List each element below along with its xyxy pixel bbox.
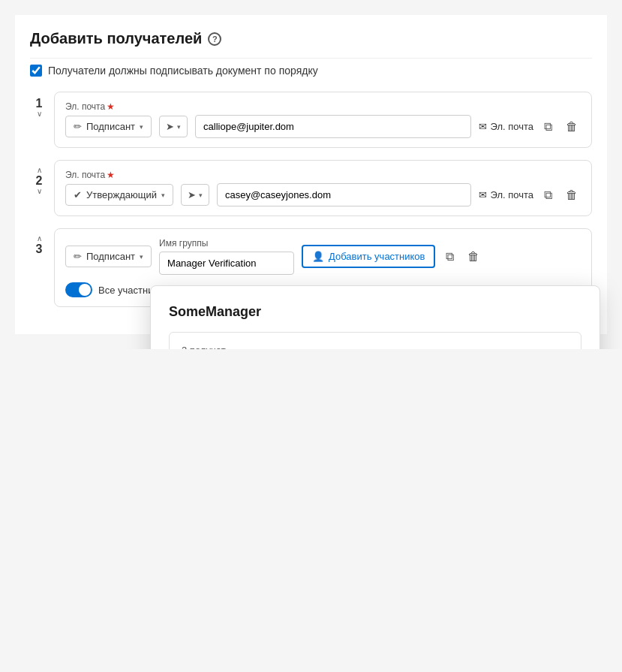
role-icon-2: ✔ [74, 189, 82, 200]
send-icon-1: ➤ [166, 121, 174, 132]
modal-inner-card: 3 получат. Эл. почта ★ ✉ Эл. почта 🗑 [169, 332, 581, 349]
copy-btn-1[interactable]: ⧉ [541, 117, 555, 137]
email-input-wrapper-1 [195, 115, 471, 138]
recipient-row-1: 1 ∨ Эл. почта★ ✏ Подписант ▾ ➤ ▾ [30, 92, 592, 148]
chevron-down-2[interactable]: ∨ [37, 187, 42, 196]
group-name-label: Имя группы [159, 238, 294, 249]
row-number-3: 3 [36, 243, 43, 255]
group-name-input-wrapper: Имя группы [159, 238, 294, 275]
role-select-3[interactable]: ✏ Подписант ▾ [65, 246, 152, 267]
role-chevron-2: ▾ [161, 191, 165, 199]
title-text: Добавить получателей [30, 30, 202, 47]
email-label-1: Эл. почта★ [65, 101, 581, 112]
row-number-1: 1 [36, 98, 43, 110]
recipient-card-1: Эл. почта★ ✏ Подписант ▾ ➤ ▾ ✉ Эл. почта [54, 92, 592, 148]
role-icon-3: ✏ [74, 251, 82, 262]
row-number-block-3: ∧ 3 [30, 228, 48, 255]
order-checkbox[interactable] [30, 65, 42, 77]
row-number-2: 2 [36, 175, 43, 187]
recipient-card-inner-1: ✏ Подписант ▾ ➤ ▾ ✉ Эл. почта ⧉ 🗑 [65, 115, 581, 138]
add-participants-icon: 👤 [312, 251, 324, 262]
send-method-2[interactable]: ➤ ▾ [181, 184, 209, 206]
send-chevron-2: ▾ [199, 191, 203, 199]
help-icon[interactable]: ? [208, 32, 221, 46]
send-chevron-1: ▾ [177, 123, 181, 131]
copy-btn-3[interactable]: ⧉ [443, 247, 457, 267]
role-select-1[interactable]: ✏ Подписант ▾ [65, 116, 152, 137]
role-name-1: Подписант [86, 121, 135, 132]
all-participants-toggle[interactable] [65, 282, 92, 297]
email-input-wrapper-2 [217, 183, 472, 206]
role-chevron-3: ▾ [140, 253, 143, 261]
role-select-2[interactable]: ✔ Утверждающий ▾ [65, 184, 173, 206]
row-number-block-1: 1 ∨ [30, 92, 48, 119]
recipient-count: 3 получат. [182, 345, 569, 349]
page-container: Добавить получателей ? Получатели должны… [15, 15, 607, 334]
role-icon-1: ✏ [74, 121, 82, 132]
add-participants-label: Добавить участников [329, 251, 425, 262]
role-name-2: Утверждающий [86, 189, 157, 200]
role-name-3: Подписант [86, 251, 135, 262]
delete-btn-1[interactable]: 🗑 [563, 117, 581, 137]
chevron-down-1[interactable]: ∨ [37, 110, 42, 119]
copy-btn-2[interactable]: ⧉ [541, 185, 555, 205]
recipient-card-inner-3: ✏ Подписант ▾ Имя группы 👤 Добавить учас… [65, 238, 581, 275]
email-envelope-icon-2: ✉ [479, 189, 487, 200]
add-participants-btn[interactable]: 👤 Добавить участников [302, 245, 435, 268]
group-name-input[interactable] [159, 252, 294, 275]
email-method-btn-2[interactable]: ✉ Эл. почта [479, 189, 533, 200]
send-icon-2: ➤ [188, 189, 196, 200]
role-chevron-1: ▾ [140, 123, 143, 131]
email-label-2: Эл. почта★ [65, 170, 581, 180]
recipient-card-inner-2: ✔ Утверждающий ▾ ➤ ▾ ✉ Эл. почта ⧉ 🗑 [65, 183, 581, 206]
email-envelope-icon-1: ✉ [479, 121, 487, 132]
email-input-2[interactable] [217, 183, 472, 206]
email-input-1[interactable] [195, 115, 471, 138]
order-checkbox-row: Получатели должны подписывать документ п… [30, 65, 592, 77]
delete-btn-3[interactable]: 🗑 [464, 247, 482, 267]
modal-overlay: SomeManager 3 получат. Эл. почта ★ ✉ Эл.… [150, 285, 600, 349]
page-title: Добавить получателей ? [30, 30, 592, 47]
email-method-btn-1[interactable]: ✉ Эл. почта [479, 121, 533, 132]
delete-btn-2[interactable]: 🗑 [563, 185, 581, 205]
recipient-card-2: Эл. почта★ ✔ Утверждающий ▾ ➤ ▾ ✉ Эл. по… [54, 160, 592, 216]
send-method-1[interactable]: ➤ ▾ [159, 116, 188, 137]
title-divider [30, 58, 592, 59]
row-number-block-2: ∧ 2 ∨ [30, 160, 48, 196]
recipient-row-2: ∧ 2 ∨ Эл. почта★ ✔ Утверждающий ▾ ➤ ▾ [30, 160, 592, 216]
modal-group-name: SomeManager [169, 304, 581, 320]
order-checkbox-label: Получатели должны подписывать документ п… [48, 65, 318, 77]
